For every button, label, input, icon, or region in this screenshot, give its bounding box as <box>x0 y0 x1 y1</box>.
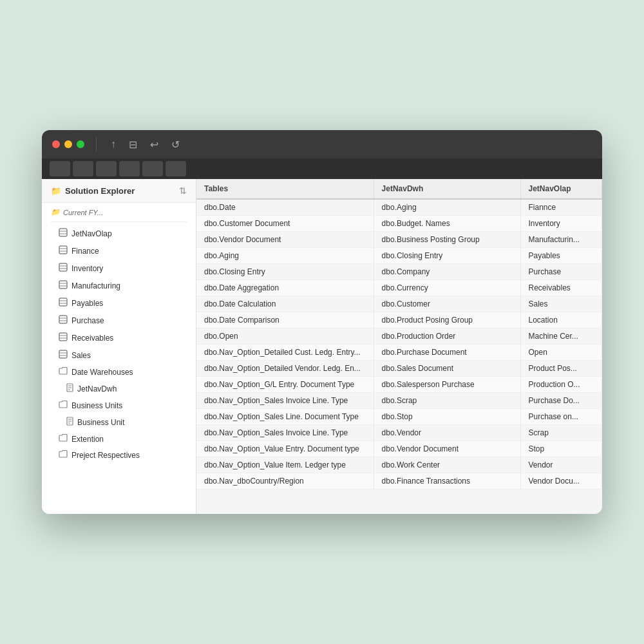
table-cell-17-0: dbo.Nav_dboCountry/Region <box>196 473 374 489</box>
table-cell-12-0: dbo.Nav_Option_Sales Invoice Line. Type <box>196 393 374 409</box>
sidebar-item-business-unit[interactable]: Business Unit <box>42 413 196 431</box>
svg-rect-3 <box>59 246 67 254</box>
table-row[interactable]: dbo.Agingdbo.Closing EntryPayables <box>196 248 602 264</box>
sidebar-title: 📁 Solution Explorer <box>51 186 135 196</box>
table-cell-14-0: dbo.Nav_Option_Sales Invoice Line. Type <box>196 425 374 441</box>
db-icon <box>59 280 68 291</box>
db-icon <box>59 228 68 239</box>
sidebar-item-finance[interactable]: Finance <box>42 242 196 260</box>
sidebar-sort-button[interactable]: ⇅ <box>179 185 187 196</box>
table-cell-13-2: Purchase on... <box>520 409 602 425</box>
table-cell-2-1: dbo.Business Posting Group <box>374 232 520 248</box>
table-cell-9-2: Open <box>520 345 602 361</box>
tab-3[interactable] <box>96 161 117 176</box>
table-row[interactable]: dbo.Nav_Option_G/L Entry. Document Typed… <box>196 377 602 393</box>
table-row[interactable]: dbo.Nav_Option_Detailed Cust. Ledg. Entr… <box>196 345 602 361</box>
upload-icon[interactable]: ↑ <box>108 137 118 151</box>
tab-6[interactable] <box>166 161 186 176</box>
db-icon <box>59 298 68 308</box>
table-cell-10-2: Product Pos... <box>520 361 602 377</box>
table-row[interactable]: dbo.Date Calculationdbo.CustomerSales <box>196 296 602 312</box>
save-icon[interactable]: ⊟ <box>126 137 140 152</box>
table-cell-8-0: dbo.Open <box>196 328 374 345</box>
db-icon <box>59 350 68 361</box>
table-row[interactable]: dbo.Nav_Option_Value Entry. Document typ… <box>196 441 602 457</box>
table-cell-9-1: dbo.Purchase Document <box>374 345 520 361</box>
table-cell-1-1: dbo.Budget. Names <box>374 216 520 232</box>
folder-icon <box>59 367 68 377</box>
table-row[interactable]: dbo.Nav_Option_Sales Invoice Line. Typed… <box>196 393 602 409</box>
table-row[interactable]: dbo.Closing Entrydbo.CompanyPurchase <box>196 264 602 280</box>
sidebar-item-inventory[interactable]: Inventory <box>42 260 196 277</box>
minimize-button[interactable] <box>64 140 72 148</box>
table-cell-7-2: Location <box>520 312 602 328</box>
table-cell-16-0: dbo.Nav_Option_Value Item. Ledger type <box>196 457 374 473</box>
table-cell-0-1: dbo.Aging <box>374 199 520 216</box>
table-row[interactable]: dbo.Nav_dboCountry/Regiondbo.Finance Tra… <box>196 473 602 489</box>
table-cell-3-2: Payables <box>520 248 602 264</box>
table-cell-16-1: dbo.Work Center <box>374 457 520 473</box>
svg-rect-18 <box>59 333 67 341</box>
sidebar-item-business-units[interactable]: Business Units <box>42 397 196 413</box>
table-row[interactable]: dbo.Nav_Option_Sales Invoice Line. Typed… <box>196 425 602 441</box>
table-row[interactable]: dbo.Vendor Documentdbo.Business Posting … <box>196 232 602 248</box>
tab-1[interactable] <box>50 161 70 176</box>
table-scroll[interactable]: Tables JetNavDwh JetNavOlap dbo.Datedbo.… <box>196 179 602 514</box>
table-cell-5-0: dbo.Date Aggregation <box>196 280 374 296</box>
svg-rect-15 <box>59 316 67 323</box>
table-cell-2-2: Manufacturin... <box>520 232 602 248</box>
folder-icon <box>59 401 68 410</box>
sidebar-item-payables[interactable]: Payables <box>42 294 196 312</box>
table-cell-10-1: dbo.Sales Document <box>374 361 520 377</box>
tab-2[interactable] <box>73 161 93 176</box>
table-row[interactable]: dbo.Date Comparisondbo.Product Posing Gr… <box>196 312 602 328</box>
undo-icon[interactable]: ↩ <box>147 137 161 152</box>
table-row[interactable]: dbo.Nav_Option_Detailed Vendor. Ledg. En… <box>196 361 602 377</box>
table-cell-14-2: Scrap <box>520 425 602 441</box>
sidebar-item-jetnavdwh[interactable]: JetNavDwh <box>42 380 196 397</box>
table-row[interactable]: dbo.Nav_Option_Sales Line. Document Type… <box>196 409 602 425</box>
svg-rect-21 <box>59 350 67 358</box>
folder-icon <box>59 434 68 444</box>
sidebar-item-date-warehouses[interactable]: Date Warehouses <box>42 364 196 380</box>
sidebar-item-purchase[interactable]: Purchase <box>42 312 196 329</box>
folder-small-icon: 📁 <box>51 208 60 216</box>
table-cell-1-0: dbo.Customer Document <box>196 216 374 232</box>
maximize-button[interactable] <box>77 140 84 148</box>
svg-rect-0 <box>59 229 67 236</box>
table-cell-7-0: dbo.Date Comparison <box>196 312 374 328</box>
col-header-jetnavolap: JetNavOlap <box>520 179 602 199</box>
sidebar-item-manufacturing[interactable]: Manufacturing <box>42 277 196 294</box>
table-row[interactable]: dbo.Datedbo.AgingFiannce <box>196 199 602 216</box>
tab-4[interactable] <box>119 161 140 176</box>
table-row[interactable]: dbo.Date Aggregationdbo.CurrencyReceivab… <box>196 280 602 296</box>
sidebar-item-extention[interactable]: Extention <box>42 431 196 447</box>
sidebar-item-jetnavolap[interactable]: JetNavOlap <box>42 225 196 242</box>
table-cell-11-0: dbo.Nav_Option_G/L Entry. Document Type <box>196 377 374 393</box>
table-cell-0-2: Fiannce <box>520 199 602 216</box>
db-icon <box>59 315 68 326</box>
table-row[interactable]: dbo.Nav_Option_Value Item. Ledger typedb… <box>196 457 602 473</box>
table-cell-9-0: dbo.Nav_Option_Detailed Cust. Ledg. Entr… <box>196 345 374 361</box>
document-icon <box>66 417 73 428</box>
divider <box>96 137 97 151</box>
sidebar-item-receivables[interactable]: Receivables <box>42 329 196 346</box>
sidebar-item-sales[interactable]: Sales <box>42 346 196 364</box>
table-area: Tables JetNavDwh JetNavOlap dbo.Datedbo.… <box>196 179 602 514</box>
title-bar: ↑ ⊟ ↩ ↺ <box>42 130 602 158</box>
sidebar-header: 📁 Solution Explorer ⇅ <box>42 179 196 203</box>
table-row[interactable]: dbo.Opendbo.Production OrderMachine Cer.… <box>196 328 602 345</box>
sidebar-item-preject-respectives[interactable]: Preject Respectives <box>42 447 196 463</box>
svg-rect-9 <box>59 281 67 289</box>
table-cell-11-1: dbo.Salesperson Purchase <box>374 377 520 393</box>
table-row[interactable]: dbo.Customer Documentdbo.Budget. NamesIn… <box>196 216 602 232</box>
table-cell-11-2: Production O... <box>520 377 602 393</box>
table-cell-13-1: dbo.Stop <box>374 409 520 425</box>
refresh-icon[interactable]: ↺ <box>169 137 182 152</box>
table-cell-15-0: dbo.Nav_Option_Value Entry. Document typ… <box>196 441 374 457</box>
sidebar-current-fy[interactable]: 📁 Current FY... <box>42 203 196 219</box>
tab-5[interactable] <box>142 161 163 176</box>
table-cell-3-0: dbo.Aging <box>196 248 374 264</box>
close-button[interactable] <box>52 140 60 148</box>
svg-rect-12 <box>59 298 67 306</box>
